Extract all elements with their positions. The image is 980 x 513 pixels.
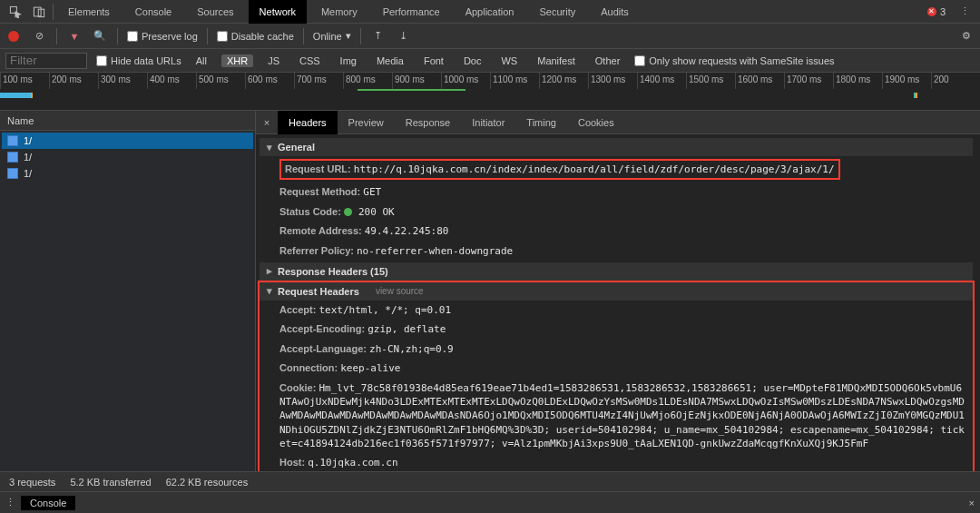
request-detail-pane: × Headers Preview Response Initiator Tim… — [256, 111, 980, 471]
console-drawer: ⋮ Console × — [0, 491, 980, 513]
settings-icon[interactable]: ⋮ — [955, 2, 975, 22]
timeline-tick: 400 ms — [147, 73, 196, 89]
type-filter-xhr[interactable]: XHR — [221, 54, 253, 67]
type-filter-other[interactable]: Other — [590, 54, 626, 67]
timeline-tick: 600 ms — [245, 73, 294, 89]
clear-icon[interactable]: ⊘ — [31, 28, 47, 44]
tab-console[interactable]: Console — [124, 0, 182, 24]
drawer-tab-console[interactable]: Console — [21, 496, 75, 510]
host-key: Host: — [279, 457, 305, 468]
tab-sources[interactable]: Sources — [186, 0, 244, 24]
status-transferred: 5.2 KB transferred — [70, 477, 151, 488]
tab-elements[interactable]: Elements — [57, 0, 121, 24]
export-har-icon[interactable]: ⤓ — [396, 28, 412, 44]
host-value: q.10jqka.com.cn — [308, 457, 397, 469]
request-row[interactable]: 1/ — [2, 133, 253, 149]
detail-tab-preview[interactable]: Preview — [338, 111, 395, 134]
timeline-tick: 1700 ms — [784, 73, 833, 89]
col-header-name[interactable]: Name — [0, 111, 255, 131]
type-filter-doc[interactable]: Doc — [458, 54, 487, 67]
request-method-key: Request Method: — [279, 186, 360, 197]
kebab-icon[interactable]: ⋮ — [5, 497, 15, 508]
throttle-value: Online — [313, 31, 342, 42]
samesite-checkbox[interactable]: Only show requests with SameSite issues — [634, 55, 834, 66]
preserve-log-input[interactable] — [127, 31, 138, 42]
type-filter-ws[interactable]: WS — [495, 54, 523, 67]
timeline-tick: 100 ms — [0, 73, 49, 89]
referrer-policy-value: no-referrer-when-downgrade — [357, 245, 513, 257]
type-filter-media[interactable]: Media — [371, 54, 409, 67]
samesite-label: Only show requests with SameSite issues — [649, 55, 834, 66]
referrer-policy-key: Referrer Policy: — [279, 245, 354, 256]
tab-network[interactable]: Network — [249, 0, 307, 24]
type-filter-manifest[interactable]: Manifest — [532, 54, 581, 67]
timeline-tick: 900 ms — [392, 73, 441, 89]
section-request-headers-label: Request Headers — [278, 286, 359, 297]
section-general[interactable]: ▾ General — [260, 138, 973, 156]
preserve-log-checkbox[interactable]: Preserve log — [127, 31, 198, 42]
status-code-value: 200 OK — [358, 206, 395, 218]
disable-cache-label: Disable cache — [231, 31, 294, 42]
section-general-label: General — [278, 142, 315, 153]
tab-security[interactable]: Security — [528, 0, 586, 24]
accept-encoding-value: gzip, deflate — [368, 323, 446, 335]
detail-tab-initiator[interactable]: Initiator — [461, 111, 515, 134]
hide-data-urls-checkbox[interactable]: Hide data URLs — [96, 55, 181, 66]
inspect-element-icon[interactable] — [5, 2, 25, 22]
close-icon[interactable]: × — [256, 117, 278, 128]
timeline-tick: 1900 ms — [882, 73, 931, 89]
file-icon — [7, 168, 18, 179]
type-filter-font[interactable]: Font — [418, 54, 449, 67]
record-button[interactable] — [5, 28, 22, 44]
timeline-tick: 1300 ms — [588, 73, 637, 89]
timeline-tick: 1100 ms — [490, 73, 539, 89]
request-name: 1/ — [24, 135, 32, 146]
timeline-tick: 200 ms — [49, 73, 98, 89]
gear-icon[interactable]: ⚙ — [958, 28, 975, 44]
error-count-badge[interactable]: ✕ 3 — [927, 6, 946, 17]
tab-performance[interactable]: Performance — [372, 0, 451, 24]
tab-audits[interactable]: Audits — [590, 0, 640, 24]
tab-memory[interactable]: Memory — [310, 0, 368, 24]
request-list-pane: Name 1/ 1/ 1/ — [0, 111, 256, 471]
filter-toggle-icon[interactable]: ▼ — [66, 28, 83, 44]
detail-tab-cookies[interactable]: Cookies — [567, 111, 625, 134]
timeline-tick: 1000 ms — [441, 73, 490, 89]
detail-tab-headers[interactable]: Headers — [278, 111, 338, 134]
throttle-select[interactable]: Online ▾ — [313, 30, 351, 42]
timeline-tick: 1500 ms — [686, 73, 735, 89]
status-requests: 3 requests — [9, 477, 55, 488]
connection-value: keep-alive — [340, 362, 400, 374]
request-url-value: http://q.10jqka.com.cn/index/index/board… — [354, 163, 835, 175]
view-source-link[interactable]: view source — [376, 286, 424, 296]
section-response-headers[interactable]: ▸ Response Headers (15) — [260, 262, 973, 281]
disable-cache-input[interactable] — [217, 31, 228, 42]
hide-data-urls-input[interactable] — [96, 55, 107, 66]
tab-application[interactable]: Application — [455, 0, 525, 24]
detail-tab-response[interactable]: Response — [395, 111, 462, 134]
type-filter-img[interactable]: Img — [335, 54, 362, 67]
section-request-headers[interactable]: ▾ Request Headers view source — [260, 282, 973, 301]
timeline-load-marker — [358, 89, 466, 91]
accept-language-value: zh-CN,zh;q=0.9 — [369, 343, 454, 355]
samesite-input[interactable] — [634, 55, 645, 66]
file-icon — [7, 135, 18, 146]
accept-language-key: Accept-Language: — [279, 343, 367, 354]
detail-tab-timing[interactable]: Timing — [515, 111, 567, 134]
device-toolbar-icon[interactable] — [29, 2, 49, 22]
timeline-overview[interactable]: 100 ms 200 ms 300 ms 400 ms 500 ms 600 m… — [0, 73, 980, 111]
type-filter-css[interactable]: CSS — [294, 54, 326, 67]
disable-cache-checkbox[interactable]: Disable cache — [217, 31, 294, 42]
search-icon[interactable]: 🔍 — [92, 28, 108, 44]
divider — [207, 28, 208, 44]
accept-key: Accept: — [279, 304, 316, 315]
request-row[interactable]: 1/ — [2, 149, 253, 165]
import-har-icon[interactable]: ⤒ — [370, 28, 387, 44]
filter-input[interactable] — [5, 53, 87, 69]
type-filter-all[interactable]: All — [191, 54, 212, 67]
request-row[interactable]: 1/ — [2, 165, 253, 182]
type-filter-js[interactable]: JS — [262, 54, 285, 67]
connection-key: Connection: — [279, 362, 338, 373]
close-icon[interactable]: × — [969, 498, 975, 508]
timeline-tick: 1400 ms — [637, 73, 686, 89]
